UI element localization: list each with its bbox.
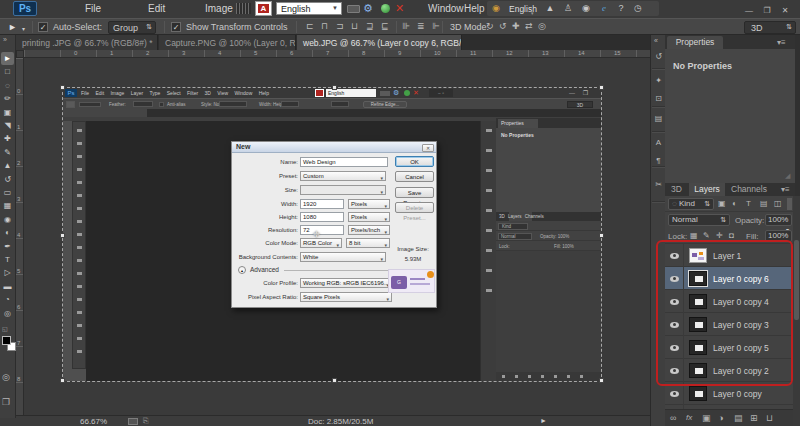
tab-layers[interactable]: Layers [689,183,725,196]
tab-3d[interactable]: 3D [671,183,682,196]
menu-image[interactable]: Image [205,3,233,14]
blend-mode-dropdown[interactable]: Normal⇅ [668,214,730,226]
history-panel-icon[interactable]: ↺ [651,52,666,61]
clone-stamp-tool[interactable]: ▲ [1,159,14,172]
transform-handle[interactable] [599,378,604,383]
measurement-icon[interactable]: ✂ [651,180,666,189]
zoom-level-field[interactable]: 66.67% [80,417,107,426]
mode-3d-icon-1[interactable]: ↺ [499,21,507,31]
lock-position-icon[interactable]: ✛ [716,231,723,240]
resize-grip-icon[interactable]: ◢ [785,172,790,180]
new-group-icon[interactable]: ▤ [734,413,743,423]
brush-presets-icon[interactable]: ✦ [651,76,666,85]
lock-transparency-icon[interactable]: ▦ [690,231,698,240]
document-tab-2[interactable]: web.JPG @ 66.7% (Layer 0 copy 6, RGB/8#)… [297,35,462,50]
pawn-icon[interactable]: ♙ [561,3,575,13]
new-layer-icon[interactable]: ⊞ [750,413,758,423]
transform-handle[interactable] [599,85,604,90]
panel-menu-icon[interactable]: ▾≡ [781,185,790,194]
transform-handle[interactable] [599,233,604,238]
opacity-dropdown[interactable]: 100%▾ [765,214,792,226]
transform-handle[interactable] [60,233,65,238]
filter-kind-dropdown[interactable]: ◌ Kind⇅ [668,198,714,210]
distribute-icon-1[interactable]: ≣ [417,21,425,31]
show-transform-checkbox[interactable]: ✓ [171,22,181,32]
align-icon-3[interactable]: ⊔ [351,21,358,31]
dot-icon[interactable]: ◉ [579,3,593,13]
ie-icon[interactable]: e [597,3,611,13]
lasso-tool[interactable]: ◌ [1,79,14,92]
auto-select-checkbox[interactable]: ✓ [38,22,48,32]
filter-type-icon[interactable]: T [746,199,751,208]
document-tab-1[interactable]: Capture.PNG @ 100% (Layer 0, RGB/8#)✕ [159,35,296,50]
crop-tool[interactable]: ▣ [1,106,14,119]
align-icon-5[interactable]: ⊑ [381,21,389,31]
panel-menu-icon[interactable]: ▾≡ [777,38,786,47]
adjustment-layer-icon[interactable]: ◑ [718,413,723,423]
dodge-tool[interactable]: ◐ [1,226,14,239]
power-icon[interactable]: ◷ [631,3,645,13]
eraser-tool[interactable]: ▭ [1,186,14,199]
layer-effects-icon[interactable]: fx [686,413,692,422]
menu-help[interactable]: Help [464,3,485,14]
move-tool[interactable]: ► [1,52,14,65]
layers-scrollbar[interactable] [793,196,800,426]
menu-edit[interactable]: Edit [148,3,165,14]
blur-tool[interactable]: ◉ [1,213,14,226]
add-mask-icon[interactable]: ▣ [702,413,711,423]
align-icon-4[interactable]: ⊒ [366,21,374,31]
scrollbar-thumb[interactable] [794,240,799,320]
hand-tool[interactable]: ◔ [1,293,14,306]
filter-smart-icon[interactable]: ◫ [774,199,782,208]
clone-source-icon[interactable]: ⊡ [651,94,666,103]
align-icon-2[interactable]: ⊐ [336,21,344,31]
mode-3d-icon-2[interactable]: ✚ [512,21,520,31]
lock-pixels-icon[interactable]: ✎ [703,231,710,240]
gear-icon[interactable]: ⚙ [363,2,373,15]
zoom-tool[interactable]: ◎ [1,307,14,320]
transform-handle[interactable] [60,85,65,90]
layer-comps-icon[interactable]: ▤ [651,114,666,123]
pen-tool[interactable]: ✒ [1,240,14,253]
tab-properties[interactable]: Properties [667,36,723,49]
transform-handle[interactable] [60,378,65,383]
status-flyout-icon[interactable]: ► [540,417,547,424]
align-icon-0[interactable]: ⊏ [306,21,314,31]
eyedropper-tool[interactable]: ◥ [1,119,14,132]
mode-3d-icon-4[interactable]: ◎ [538,21,546,31]
delete-layer-icon[interactable]: ⊔ [766,413,773,423]
close-overlay-icon[interactable]: ✕ [395,2,404,15]
distribute-icon-2[interactable]: ⊩ [432,21,440,31]
filter-toggle[interactable] [787,198,792,210]
layer-thumbnail[interactable] [689,386,707,401]
quick-selection-tool[interactable]: ✏ [1,92,14,105]
help-circle-icon[interactable]: ? [614,3,628,13]
character-panel-icon[interactable]: A [651,138,666,147]
keyboard-icon[interactable] [347,5,360,13]
marquee-tool[interactable]: □ [1,65,14,78]
mode-3d-icon-0[interactable]: ↻ [486,21,494,31]
foreground-color-swatch[interactable] [2,336,11,345]
type-tool[interactable]: T [1,253,14,266]
default-colors-icon[interactable]: ◱ [2,325,8,332]
screen-mode-icon[interactable]: ❐ [2,397,10,407]
transform-handle[interactable] [332,85,337,90]
gradient-tool[interactable]: ▦ [1,199,14,212]
mode-3d-icon-3[interactable]: ⇄ [525,21,533,31]
collapse-panel-icon[interactable]: » [3,36,7,43]
status-orb-icon[interactable] [381,4,390,13]
minimize-button[interactable]: — [742,6,756,16]
align-icon-1[interactable]: ⊓ [321,21,328,31]
lock-all-icon[interactable]: ◘ [729,231,734,240]
healing-brush-tool[interactable]: ✚ [1,132,14,145]
white-shape-icon[interactable]: ▲ [543,3,557,13]
link-layers-icon[interactable]: ∞ [670,413,676,423]
transform-handle[interactable] [332,378,337,383]
history-brush-tool[interactable]: ↺ [1,173,14,186]
shape-tool[interactable]: ▬ [1,280,14,293]
tool-preset-caret[interactable]: ▾ [22,25,25,32]
restore-button[interactable]: ❐ [760,6,774,16]
document-tab-0[interactable]: printing .JPG @ 66.7% (RGB/8#) *✕ [16,35,158,50]
close-button[interactable]: ✕ [778,6,792,16]
menu-file[interactable]: File [85,3,101,14]
